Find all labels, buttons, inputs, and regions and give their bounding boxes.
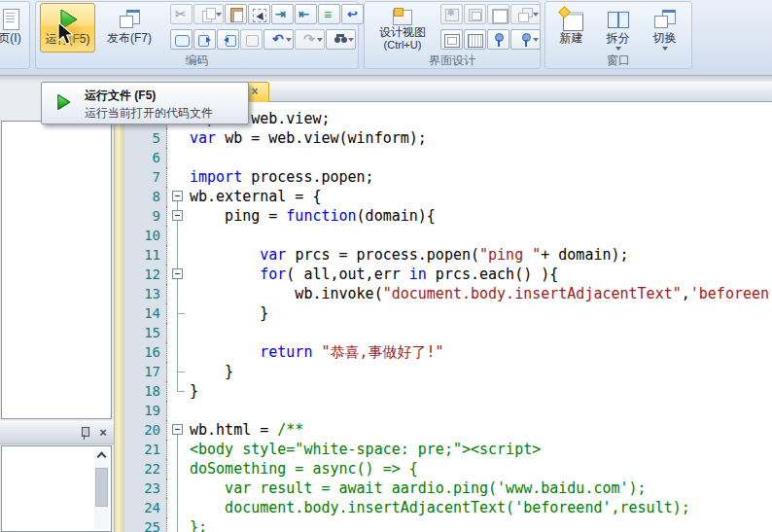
code-text[interactable]: return "恭喜,事做好了!" [189,342,772,362]
publish-button[interactable]: 发布(F7) [100,3,158,53]
code-text[interactable]: ping = function(domain){ [189,206,772,226]
fold-margin [167,148,189,167]
indent-decrease-button[interactable] [295,4,317,24]
code-text[interactable]: var prcs = process.popen("ping "+ domain… [189,245,772,265]
fold-margin [167,401,189,420]
dock-splitter[interactable] [114,82,124,532]
code-lines: 4import web.view;5var wb = web.view(winf… [124,109,772,532]
code-text[interactable]: wb.invoke("document.body.insertAdjacentT… [189,284,772,303]
line-number: 19 [124,401,167,420]
code-text[interactable]: wb.external = { [189,187,772,206]
code-text[interactable]: wb.html = /** [189,420,772,440]
code-text[interactable]: import web.view; [189,109,772,128]
fold-toggle-icon[interactable] [167,206,189,226]
anchor-vertical-button[interactable] [487,29,509,50]
switch-window-button[interactable]: 切换 [644,3,685,54]
switch-window-label: 切换 [653,32,677,45]
copy-button[interactable] [193,4,224,24]
switch-window-icon [654,10,675,27]
chevron-down-icon [348,38,354,45]
design-view-button[interactable]: 设计视图 (Ctrl+U) [368,3,437,53]
scrollbar-thumb[interactable] [95,468,108,507]
fold-margin [167,479,189,498]
align-lines-button[interactable] [318,4,340,24]
code-text[interactable]: var result = await aardio.ping('www.baid… [189,479,772,498]
project-panel[interactable] [1,121,112,419]
comment-block-button[interactable] [170,29,193,50]
line-number: 17 [124,362,167,381]
code-line: 23 var result = await aardio.ping('www.b… [124,479,772,498]
close-icon[interactable] [96,425,110,441]
tab-close-icon[interactable] [249,85,261,98]
code-text[interactable]: doSomething = async() => { [189,459,772,479]
code-line: 20wb.html = /** [124,420,772,440]
page-button[interactable]: 页(I) [0,3,32,53]
wrap-lines-button[interactable] [341,4,364,24]
comment-remove-button[interactable] [240,29,263,50]
scroll-up-icon[interactable] [97,452,107,462]
code-text[interactable]: } [189,381,772,401]
app-window: 页(I) 运行(F5) 发布(F7) [0,0,772,532]
code-text[interactable]: var wb = web.view(winform); [189,128,772,148]
code-text[interactable]: for( all,out,err in prcs.each() ){ [189,265,772,284]
order-controls-icon [518,8,533,21]
new-window-icon [561,10,582,27]
line-number: 6 [124,148,167,167]
code-editor[interactable]: 4import web.view;5var wb = web.view(winf… [124,102,772,532]
select-all-button[interactable] [248,4,270,24]
find-button[interactable] [326,29,356,50]
code-text[interactable]: }; [189,517,772,532]
code-text[interactable] [189,226,772,245]
preview-window-button[interactable] [440,29,463,50]
comment-add-button[interactable] [193,29,216,50]
code-text[interactable]: import process.popen; [189,167,772,187]
paste-button[interactable] [225,4,247,24]
code-line: 13 wb.invoke("document.body.insertAdjace… [124,284,772,303]
code-text[interactable]: <body style="white-space: pre;"><script> [189,440,772,459]
vertical-scrollbar[interactable] [94,448,109,529]
frame-control-button[interactable] [487,4,509,24]
pin-icon[interactable] [79,426,90,441]
size-controls-button[interactable] [464,4,486,24]
code-text[interactable]: document.body.insertAdjacentText('before… [189,498,772,517]
code-line: 16 return "恭喜,事做好了!" [124,342,772,362]
order-controls-button[interactable] [510,4,541,24]
coding-tools [170,3,357,52]
split-window-button[interactable]: 拆分 [597,3,639,54]
editor-region: 4import web.view;5var wb = web.view(winf… [124,82,772,532]
code-text[interactable]: } [189,362,772,381]
anchor-horizontal-button[interactable] [510,29,541,50]
dock-panel-header[interactable] [0,421,114,444]
cut-button[interactable] [170,4,193,24]
chevron-down-icon [317,38,323,45]
split-window-icon [608,11,628,27]
redo-button[interactable] [295,29,325,50]
line-number: 25 [124,517,167,532]
group-caption-ui-design: 界面设计 [365,53,540,67]
code-text[interactable] [189,323,772,342]
line-number: 16 [124,342,167,362]
select-all-icon [252,8,266,21]
publish-button-label: 发布(F7) [107,32,152,45]
code-line: 24 document.body.insertAdjacentText('bef… [124,498,772,517]
fold-toggle-icon[interactable] [167,420,189,440]
snap-grid-button[interactable] [464,29,486,50]
undo-button[interactable] [263,29,294,50]
anchor-horizontal-icon [518,33,533,47]
align-controls-button[interactable] [440,4,463,24]
code-text[interactable]: } [189,303,772,323]
new-window-button[interactable]: 新建 [550,3,592,54]
code-text[interactable] [189,148,772,167]
fold-toggle-icon[interactable] [167,265,189,284]
code-line: 17 } [124,362,772,381]
fold-margin [167,303,189,323]
lower-panel[interactable] [1,445,112,532]
indent-increase-button[interactable] [271,4,294,24]
code-line: 18} [124,381,772,401]
code-text[interactable] [189,401,772,420]
uncomment-button[interactable] [217,29,239,50]
fold-toggle-icon[interactable] [167,187,189,206]
tooltip-description: 运行当前打开的代码文件 [85,105,213,122]
group-caption-coding: 编码 [36,53,358,67]
snap-grid-icon [468,33,482,47]
